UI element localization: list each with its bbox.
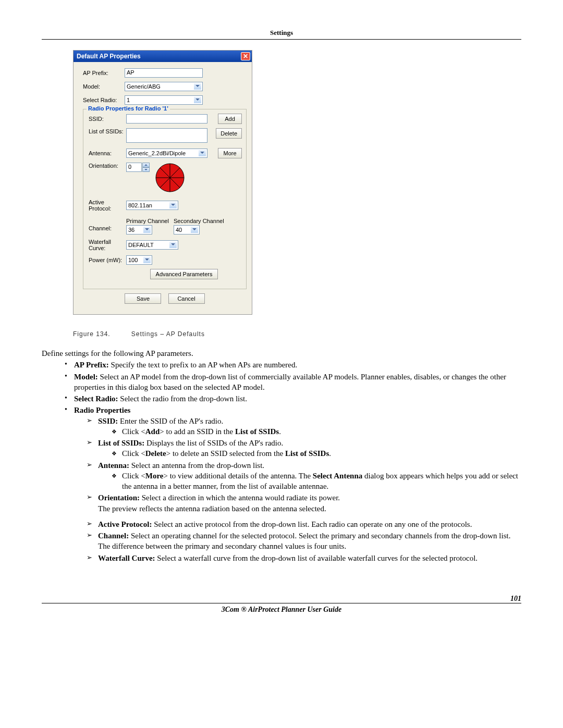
secondary-channel-label: Secondary Channel	[174, 218, 224, 224]
header-section-title: Settings	[42, 29, 521, 39]
antenna-select[interactable]: Generic_2.2dBi/Dipole	[126, 149, 207, 158]
secondary-channel-select[interactable]: 40	[174, 225, 200, 235]
chevron-down-icon[interactable]	[142, 167, 150, 172]
delete-button[interactable]: Delete	[216, 128, 242, 139]
close-icon[interactable]: ✕	[241, 52, 250, 60]
orientation-stepper[interactable]: 0	[126, 163, 150, 172]
figure-caption: Figure 134.Settings – AP Defaults	[73, 330, 521, 338]
antenna-label: Antenna:	[89, 150, 126, 156]
footer-guide-title: 3Com ® AirProtect Planner User Guide	[42, 606, 521, 614]
model-label: Model:	[83, 83, 125, 90]
advanced-parameters-button[interactable]: Advanced Parameters	[150, 269, 218, 279]
select-radio-select[interactable]: 1	[125, 95, 203, 105]
primary-channel-select[interactable]: 36	[126, 225, 152, 235]
model-select[interactable]: Generic/ABG	[125, 82, 203, 91]
add-button[interactable]: Add	[218, 114, 242, 124]
power-label: Power (mW):	[89, 257, 126, 263]
channel-label: Channel:	[89, 218, 126, 231]
fieldset-legend: Radio Properties for Radio '1'	[87, 105, 170, 112]
page-number: 101	[42, 595, 521, 603]
power-select[interactable]: 100	[126, 255, 152, 265]
active-protocol-label: Active Protocol:	[89, 199, 126, 212]
save-button[interactable]: Save	[125, 293, 161, 304]
cancel-button[interactable]: Cancel	[168, 293, 205, 304]
select-radio-label: Select Radio:	[83, 97, 125, 103]
active-protocol-select[interactable]: 802.11an	[126, 201, 178, 210]
dialog-title: Default AP Properties	[77, 53, 241, 60]
more-button[interactable]: More	[218, 148, 242, 158]
primary-channel-label: Primary Channel	[126, 218, 169, 224]
chevron-up-icon[interactable]	[142, 163, 150, 167]
default-ap-properties-dialog: Default AP Properties ✕ AP Prefix: AP Mo…	[73, 50, 252, 315]
radio-properties-fieldset: Radio Properties for Radio '1' SSID: Add…	[83, 109, 247, 289]
ap-prefix-input[interactable]: AP	[125, 68, 203, 78]
list-ssids-listbox[interactable]	[126, 128, 207, 143]
dialog-titlebar: Default AP Properties ✕	[74, 51, 252, 62]
list-ssids-label: List of SSIDs:	[89, 128, 126, 134]
orientation-label: Orientation:	[89, 163, 126, 169]
waterfall-select[interactable]: DEFAULT	[126, 240, 178, 250]
ssid-label: SSID:	[89, 116, 126, 122]
ap-prefix-label: AP Prefix:	[83, 70, 125, 76]
header-rule	[42, 39, 521, 40]
body-content: Define settings for the following AP par…	[42, 348, 521, 563]
waterfall-label: Waterfall Curve:	[89, 239, 126, 251]
footer-rule	[42, 603, 521, 603]
ssid-input[interactable]	[126, 114, 207, 124]
antenna-pattern-icon	[154, 163, 186, 193]
